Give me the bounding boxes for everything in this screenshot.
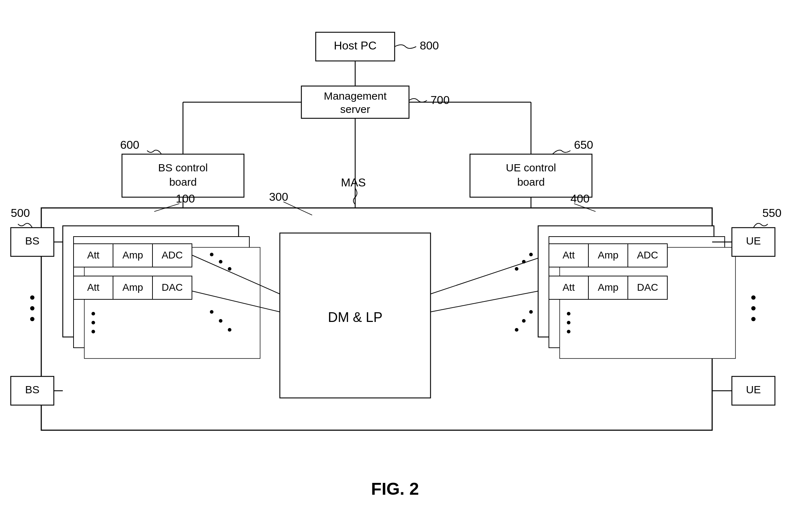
svg-text:Att: Att (87, 282, 99, 293)
svg-text:ADC: ADC (637, 250, 658, 261)
svg-point-66 (529, 253, 533, 256)
svg-point-41 (91, 321, 95, 324)
svg-text:Management: Management (324, 90, 387, 102)
svg-text:Amp: Amp (598, 250, 619, 261)
svg-point-63 (567, 312, 570, 315)
svg-point-40 (91, 312, 95, 315)
svg-point-91 (228, 328, 231, 332)
svg-point-75 (30, 295, 34, 300)
svg-point-42 (91, 330, 95, 333)
svg-point-89 (210, 310, 213, 314)
svg-text:Host PC: Host PC (334, 39, 376, 52)
ref-100: 100 (176, 192, 195, 205)
svg-point-68 (515, 267, 518, 271)
ref-650: 650 (574, 138, 593, 151)
svg-point-90 (219, 319, 222, 323)
svg-text:BS: BS (25, 384, 39, 395)
ref-550: 550 (762, 206, 781, 219)
svg-text:board: board (517, 176, 545, 188)
svg-rect-15 (470, 154, 592, 197)
svg-point-43 (210, 253, 213, 256)
svg-text:Amp: Amp (598, 282, 619, 293)
svg-point-77 (30, 317, 34, 321)
svg-text:Att: Att (563, 250, 575, 261)
svg-text:UE: UE (746, 235, 761, 247)
svg-point-93 (522, 319, 526, 323)
svg-point-65 (567, 330, 570, 333)
svg-text:board: board (169, 176, 197, 188)
svg-text:DM & LP: DM & LP (328, 310, 382, 325)
ref-800: 800 (420, 39, 439, 52)
ref-700: 700 (431, 94, 450, 106)
svg-point-85 (751, 306, 756, 310)
svg-point-45 (228, 267, 231, 271)
ref-300: 300 (269, 190, 288, 203)
svg-point-64 (567, 321, 570, 324)
svg-text:ADC: ADC (161, 250, 183, 261)
svg-text:DAC: DAC (161, 282, 183, 293)
ref-400: 400 (570, 192, 589, 205)
svg-text:Att: Att (563, 282, 575, 293)
svg-point-92 (529, 310, 533, 314)
svg-point-76 (30, 306, 34, 310)
svg-point-86 (751, 317, 756, 321)
svg-text:DAC: DAC (637, 282, 658, 293)
svg-text:BS: BS (25, 235, 39, 247)
svg-rect-12 (122, 154, 244, 197)
svg-point-44 (219, 260, 222, 263)
svg-text:UE control: UE control (506, 162, 556, 174)
svg-point-94 (515, 328, 518, 332)
svg-text:Amp: Amp (122, 250, 143, 261)
svg-text:UE: UE (746, 384, 761, 395)
svg-text:server: server (340, 103, 370, 115)
mas-label: MAS (341, 176, 366, 189)
ref-600: 600 (120, 138, 139, 151)
figure-label: FIG. 2 (371, 479, 419, 498)
svg-text:Att: Att (87, 250, 99, 261)
svg-text:BS control: BS control (158, 162, 208, 174)
diagram-container: Host PC 800 Management server 700 BS con… (0, 0, 790, 532)
svg-point-84 (751, 295, 756, 300)
svg-text:Amp: Amp (122, 282, 143, 293)
ref-500: 500 (11, 206, 30, 219)
